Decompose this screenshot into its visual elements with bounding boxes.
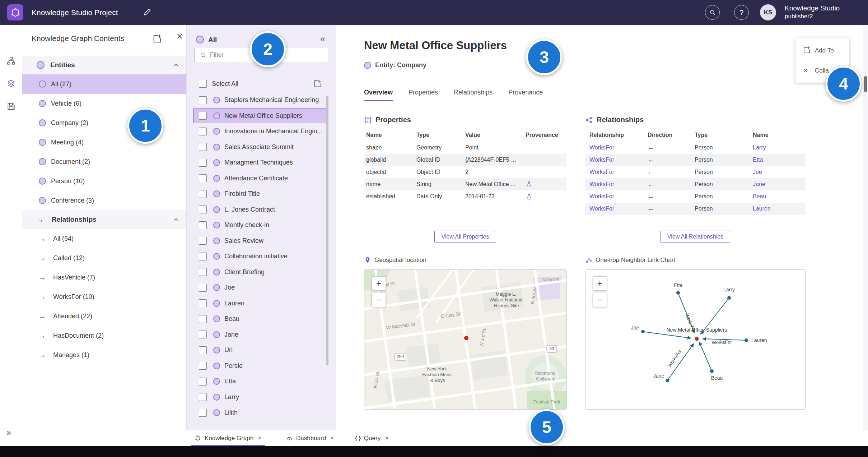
relationship-name-link[interactable]: Lauren bbox=[748, 203, 806, 215]
item-checkbox[interactable] bbox=[199, 346, 207, 354]
item-checkbox[interactable] bbox=[199, 190, 207, 198]
expand-rail-icon[interactable]: » bbox=[6, 428, 11, 438]
entity-type-item[interactable]: Person (10) bbox=[22, 171, 187, 191]
select-all-checkbox[interactable] bbox=[199, 80, 207, 88]
relationship-row[interactable]: WorksFor←PersonJoe bbox=[585, 166, 806, 178]
entity-instance-item[interactable]: Staplers Mechanical Engineering bbox=[187, 92, 336, 108]
add-to-row[interactable]: Add To bbox=[795, 42, 849, 58]
entity-type-item[interactable]: All (27) bbox=[22, 74, 187, 94]
chevron-up-icon[interactable] bbox=[173, 216, 179, 223]
item-checkbox[interactable] bbox=[199, 362, 207, 370]
item-checkbox[interactable] bbox=[199, 378, 207, 386]
relationship-link[interactable]: WorksFor bbox=[585, 190, 643, 203]
bottom-tab-knowledge-graph[interactable]: Knowledge Graph× bbox=[191, 430, 265, 446]
item-checkbox[interactable] bbox=[199, 174, 207, 182]
view-all-relationships-button[interactable]: View All Relationships bbox=[661, 231, 730, 243]
node-dot[interactable] bbox=[727, 296, 731, 300]
relationship-name-link[interactable]: Beau bbox=[748, 190, 806, 203]
close-tab-icon[interactable]: × bbox=[385, 434, 389, 442]
relationship-name-link[interactable]: Jane bbox=[748, 178, 806, 190]
zoom-in-button[interactable]: + bbox=[372, 276, 386, 291]
entity-instance-item[interactable]: Client Briefing bbox=[187, 264, 336, 280]
entity-instance-item[interactable]: Attendance Certificate bbox=[187, 171, 336, 186]
item-checkbox[interactable] bbox=[199, 409, 207, 417]
zoom-out-button[interactable]: − bbox=[593, 293, 607, 307]
tab-provenance[interactable]: Provenance bbox=[508, 89, 543, 101]
item-checkbox[interactable] bbox=[199, 299, 207, 307]
item-checkbox[interactable] bbox=[199, 237, 207, 245]
relationship-type-item[interactable]: →HasDocument (2) bbox=[22, 326, 187, 345]
collapse-panel-icon[interactable]: « bbox=[320, 33, 325, 45]
node-dot[interactable] bbox=[676, 291, 680, 295]
close-panel-icon[interactable]: × bbox=[177, 31, 183, 42]
item-checkbox[interactable] bbox=[199, 206, 207, 213]
entity-instance-item[interactable]: Collaboration initiative bbox=[187, 249, 336, 264]
relationship-row[interactable]: WorksFor←PersonBeau bbox=[585, 190, 806, 203]
entity-type-item[interactable]: Document (2) bbox=[22, 152, 187, 171]
relationship-type-item[interactable]: →All (54) bbox=[22, 229, 187, 248]
map-marker[interactable] bbox=[464, 336, 468, 340]
node-dot[interactable] bbox=[641, 330, 645, 333]
entity-instance-item[interactable]: Persie bbox=[187, 358, 336, 374]
view-all-properties-button[interactable]: View All Properties bbox=[434, 231, 496, 243]
tab-relationships[interactable]: Relationships bbox=[454, 89, 493, 101]
entity-instance-item[interactable]: Lilith bbox=[187, 405, 336, 421]
zoom-in-button[interactable]: + bbox=[593, 276, 607, 291]
entity-instance-item[interactable]: Larry bbox=[187, 389, 336, 405]
item-checkbox[interactable] bbox=[199, 331, 207, 338]
add-selection-icon[interactable] bbox=[313, 79, 322, 88]
relationship-type-item[interactable]: →WorksFor (10) bbox=[22, 287, 187, 306]
relationship-type-item[interactable]: →Manages (1) bbox=[22, 345, 187, 365]
entity-instance-item[interactable]: Managment Techniques bbox=[187, 155, 336, 171]
link-chart[interactable]: + − bbox=[585, 269, 806, 410]
provenance-flask-icon[interactable] bbox=[523, 178, 566, 190]
relationship-type-item[interactable]: →HasVehicle (7) bbox=[22, 268, 187, 287]
relationship-row[interactable]: WorksFor←PersonLarry bbox=[585, 142, 806, 154]
item-checkbox[interactable] bbox=[199, 143, 207, 151]
item-checkbox[interactable] bbox=[199, 315, 207, 323]
save-panel-button[interactable] bbox=[4, 99, 18, 114]
main-scrollbar-thumb[interactable] bbox=[864, 76, 867, 92]
zoom-out-button[interactable]: − bbox=[372, 293, 386, 307]
avatar[interactable]: KS bbox=[760, 4, 776, 20]
item-checkbox[interactable] bbox=[199, 393, 207, 401]
relationship-link[interactable]: WorksFor bbox=[585, 166, 643, 178]
entity-instance-item[interactable]: Innovations in Mechanical Engin... bbox=[187, 124, 336, 139]
entity-instance-item[interactable]: Joe bbox=[187, 280, 336, 296]
bottom-tab-dashboard[interactable]: Dashboard× bbox=[282, 430, 338, 446]
relationships-section-header[interactable]: → Relationships bbox=[22, 210, 187, 229]
node-dot[interactable] bbox=[666, 379, 669, 382]
entity-instance-item[interactable]: Sales Review bbox=[187, 233, 336, 249]
close-tab-icon[interactable]: × bbox=[330, 434, 334, 442]
relationship-link[interactable]: WorksFor bbox=[585, 203, 643, 215]
relationship-link[interactable]: WorksFor bbox=[585, 178, 643, 190]
relationship-name-link[interactable]: Etta bbox=[748, 154, 806, 166]
entity-type-item[interactable]: Vehicle (6) bbox=[22, 94, 187, 113]
relationship-name-link[interactable]: Larry bbox=[748, 142, 806, 154]
relationship-type-item[interactable]: →Attended (22) bbox=[22, 306, 187, 326]
map[interactable]: + − bbox=[364, 269, 567, 410]
entity-instance-item[interactable]: Sales Associate Summit bbox=[187, 139, 336, 155]
entity-instance-item[interactable]: L. Jones Contract bbox=[187, 202, 336, 218]
layers-panel-button[interactable] bbox=[4, 76, 18, 91]
relationship-row[interactable]: WorksFor←PersonEtta bbox=[585, 154, 806, 166]
item-checkbox[interactable] bbox=[199, 159, 207, 167]
item-checkbox[interactable] bbox=[199, 253, 207, 260]
relationship-type-item[interactable]: →Called (12) bbox=[22, 248, 187, 268]
entity-instance-item[interactable]: Beau bbox=[187, 311, 336, 327]
entity-instance-item[interactable]: Montly check-in bbox=[187, 217, 336, 233]
chevron-up-icon[interactable] bbox=[173, 62, 179, 69]
relationship-name-link[interactable]: Joe bbox=[748, 166, 806, 178]
center-node-dot[interactable] bbox=[695, 337, 699, 341]
relationship-link[interactable]: WorksFor bbox=[585, 142, 643, 154]
relationship-row[interactable]: WorksFor←PersonJane bbox=[585, 178, 806, 190]
help-button[interactable]: ? bbox=[734, 5, 749, 20]
entity-instance-item[interactable]: Lauren bbox=[187, 296, 336, 311]
app-logo[interactable] bbox=[7, 4, 23, 20]
search-button[interactable] bbox=[705, 5, 720, 20]
item-checkbox[interactable] bbox=[199, 221, 207, 229]
entity-instance-item[interactable]: Jane bbox=[187, 327, 336, 343]
item-checkbox[interactable] bbox=[199, 268, 207, 276]
item-checkbox[interactable] bbox=[199, 128, 207, 135]
entity-instance-item[interactable]: Firebird Title bbox=[187, 186, 336, 202]
